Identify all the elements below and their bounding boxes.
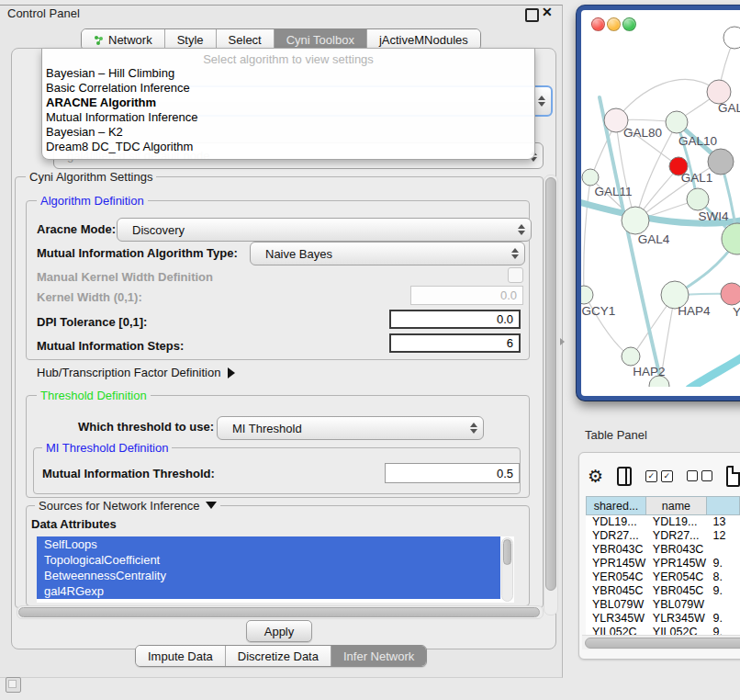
tab-label: jActiveMNodules	[379, 33, 468, 47]
close-traffic-light-icon[interactable]	[591, 17, 605, 31]
hub-definition-expander[interactable]: Hub/Transcription Factor Definition	[37, 366, 235, 379]
splitter-handle-icon[interactable]	[560, 338, 565, 345]
apply-button[interactable]: Apply	[246, 620, 312, 642]
mi-steps-label: Mutual Information Steps:	[37, 339, 184, 353]
tab-select[interactable]: Select	[217, 29, 275, 50]
network-node[interactable]	[581, 286, 593, 304]
table-cell: 8.	[707, 570, 740, 584]
network-node[interactable]	[687, 188, 709, 210]
network-edge[interactable]	[690, 354, 740, 387]
data-attributes-label: Data Attributes	[31, 517, 117, 531]
manual-kernel-width-checkbox[interactable]	[508, 267, 523, 283]
table-header-row: shared...name	[586, 496, 740, 515]
table-cell: YBL079W	[586, 598, 646, 612]
chevron-right-icon	[228, 367, 235, 378]
column-header-shared...[interactable]: shared...	[586, 496, 646, 515]
checked-box-icon: ✓	[645, 470, 657, 482]
table-cell: YPR145W	[586, 557, 646, 570]
aracne-mode-label: Aracne Mode:	[37, 222, 116, 236]
zoom-traffic-light-icon[interactable]	[622, 17, 636, 31]
tab-cyni-toolbox[interactable]: Cyni Toolbox	[275, 29, 367, 50]
column-header-extra[interactable]	[707, 496, 740, 515]
node-label: HAP4	[678, 304, 711, 318]
data-attributes-list[interactable]: SelfLoopsTopologicalCoefficientBetweenne…	[37, 536, 514, 603]
node-label: GAL1	[681, 171, 713, 185]
which-threshold-combobox[interactable]: MI Threshold	[217, 416, 484, 440]
table-row[interactable]: YLR345WYLR345W9.	[586, 612, 740, 626]
table-row[interactable]: YBR045CYBR045C9.	[586, 584, 740, 598]
table-cell: YIL052C	[646, 626, 707, 635]
settings-scrollbar-thumb[interactable]	[545, 177, 556, 591]
network-node[interactable]	[721, 283, 740, 305]
network-node[interactable]	[582, 169, 599, 186]
close-icon[interactable]: ✕	[542, 5, 553, 19]
network-node[interactable]	[622, 347, 640, 366]
network-edge[interactable]	[616, 80, 719, 120]
table-row[interactable]: YDR27...YDR27...12	[586, 529, 740, 543]
minimize-traffic-light-icon[interactable]	[607, 17, 621, 31]
column-header-name[interactable]: name	[646, 496, 707, 515]
float-window-icon[interactable]	[525, 8, 539, 22]
table-row[interactable]: YPR145WYPR145W9.	[586, 557, 740, 570]
tab-jactivemnodules[interactable]: jActiveMNodules	[367, 29, 480, 50]
tab-label: Impute Data	[148, 649, 213, 663]
mi-steps-field[interactable]: 6	[389, 333, 521, 353]
table-row[interactable]: YDL19...YDL19...13	[586, 515, 740, 529]
kernel-width-value: 0.0	[500, 288, 517, 302]
columns-icon[interactable]	[617, 467, 632, 486]
node-label: GAL	[718, 101, 740, 115]
dpi-tolerance-field[interactable]: 0.0	[389, 310, 521, 329]
gear-icon[interactable]: ⚙	[588, 468, 603, 485]
deselect-checkboxes-icon[interactable]	[687, 470, 712, 481]
mi-threshold-value: 0.5	[497, 467, 513, 480]
algorithm-option[interactable]: Basic Correlation Inference	[42, 81, 534, 96]
data-attribute-item[interactable]: SelfLoops	[37, 536, 500, 552]
sources-group-title[interactable]: Sources for Network Inference	[35, 499, 220, 513]
table-row[interactable]: YBL079WYBL079W	[586, 598, 740, 612]
table-row[interactable]: YBR043CYBR043C	[586, 543, 740, 557]
table-cell: YDL19...	[646, 515, 707, 529]
network-view-window[interactable]: GALGAL80GAL10GAL11GAL1SWI4GAL4GCY1HAP4YH…	[577, 6, 740, 401]
document-icon[interactable]	[726, 466, 740, 487]
network-node[interactable]	[666, 111, 688, 133]
network-edge[interactable]	[584, 179, 590, 293]
aracne-mode-combobox[interactable]: Discovery	[117, 218, 532, 242]
algorithm-option[interactable]: Mutual Information Inference	[42, 110, 534, 125]
tab-network[interactable]: Network	[82, 29, 165, 50]
attributes-scrollbar-thumb[interactable]	[503, 539, 511, 565]
network-canvas[interactable]: GALGAL80GAL10GAL11GAL1SWI4GAL4GCY1HAP4YH…	[581, 10, 740, 387]
tab-style[interactable]: Style	[165, 29, 217, 50]
table-cell: YBR045C	[646, 584, 707, 598]
combo-stepper-icon	[512, 224, 531, 235]
settings-group-title: Cyni Algorithm Settings	[26, 170, 156, 184]
data-attribute-item[interactable]: TopologicalCoefficient	[37, 552, 500, 568]
table-cell: 12	[707, 529, 740, 543]
tab-infer-network[interactable]: Infer Network	[331, 646, 426, 666]
table-cell: YLR345W	[646, 612, 707, 626]
algorithm-option[interactable]: Bayesian – Hill Climbing	[42, 66, 534, 81]
tab-label: Discretize Data	[238, 649, 319, 663]
data-attribute-item[interactable]: BetweennessCentrality	[37, 568, 500, 583]
network-node[interactable]	[622, 207, 649, 234]
table-row[interactable]: YER054CYER054C8.	[586, 570, 740, 584]
data-attribute-item[interactable]: gal4RGexp	[37, 583, 500, 599]
node-label: GAL11	[594, 185, 632, 198]
node-label: GCY1	[582, 304, 616, 318]
algorithm-option[interactable]: Bayesian – K2	[42, 125, 534, 140]
table-cell: YPR145W	[646, 557, 707, 570]
select-checkboxes-icon[interactable]: ✓✓	[645, 470, 673, 482]
panel-grip-inner	[8, 680, 17, 688]
tab-label: Infer Network	[343, 649, 414, 663]
tab-impute-data[interactable]: Impute Data	[136, 646, 226, 666]
tab-discretize-data[interactable]: Discretize Data	[226, 646, 331, 666]
algorithm-option[interactable]: ARACNE Algorithm	[42, 96, 534, 110]
settings-hscrollbar-thumb[interactable]	[18, 607, 540, 617]
kernel-width-field[interactable]: 0.0	[410, 286, 523, 305]
table-row[interactable]: YIL052CYIL052C9.	[586, 626, 740, 635]
mi-algorithm-type-combobox[interactable]: Naive Bayes	[250, 242, 525, 265]
algorithm-option[interactable]: Dream8 DC_TDC Algorithm	[42, 140, 534, 154]
mi-threshold-field[interactable]: 0.5	[385, 463, 520, 483]
table-hscrollbar-thumb[interactable]	[585, 638, 740, 649]
network-node[interactable]	[723, 27, 740, 49]
table-body: YDL19...YDL19...13YDR27...YDR27...12YBR0…	[586, 515, 740, 635]
